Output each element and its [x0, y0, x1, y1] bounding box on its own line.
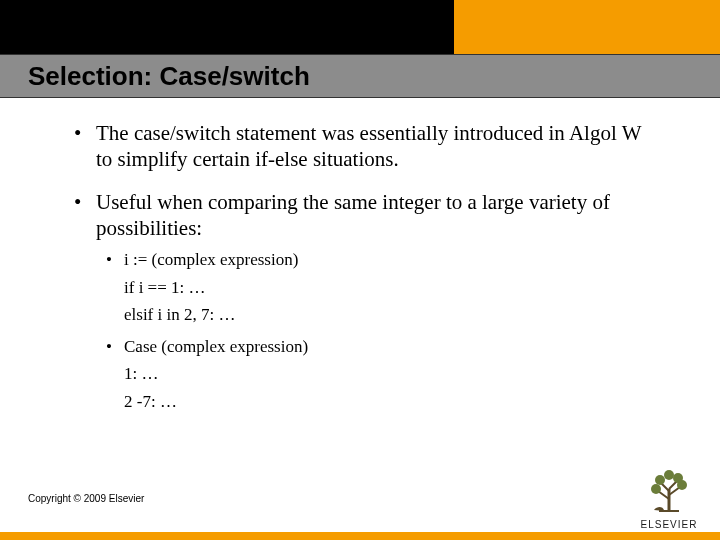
logo-text: ELSEVIER — [634, 519, 704, 530]
bullet-item: The case/switch statement was essentiall… — [60, 120, 660, 173]
sub-bullet-item: Case (complex expression) 1: … 2 -7: … — [96, 334, 660, 415]
slide-title: Selection: Case/switch — [0, 55, 720, 97]
bullet-item: Useful when comparing the same integer t… — [60, 189, 660, 415]
publisher-logo: ELSEVIER — [634, 469, 704, 530]
svg-point-5 — [664, 470, 674, 480]
sub-line: i := (complex expression) — [124, 250, 298, 269]
copyright-text: Copyright © 2009 Elsevier — [28, 493, 144, 504]
title-band: Selection: Case/switch — [0, 54, 720, 98]
sub-line: elsif i in 2, 7: … — [124, 302, 660, 328]
bullet-list: The case/switch statement was essentiall… — [60, 120, 660, 414]
svg-point-3 — [655, 475, 665, 485]
svg-point-1 — [651, 484, 661, 494]
bullet-text: Useful when comparing the same integer t… — [96, 190, 610, 240]
accent-box — [454, 0, 720, 54]
sub-bullet-item: i := (complex expression) if i == 1: … e… — [96, 247, 660, 328]
sub-line: Case (complex expression) — [124, 337, 308, 356]
sub-line: 1: … — [124, 361, 660, 387]
sub-line: if i == 1: … — [124, 275, 660, 301]
sub-bullet-list: i := (complex expression) if i == 1: … e… — [96, 247, 660, 414]
svg-point-4 — [673, 473, 683, 483]
footer-bar — [0, 532, 720, 540]
tree-icon — [646, 469, 692, 513]
sub-line: 2 -7: … — [124, 389, 660, 415]
bullet-text: The case/switch statement was essentiall… — [96, 121, 641, 171]
content-area: The case/switch statement was essentiall… — [0, 120, 720, 430]
